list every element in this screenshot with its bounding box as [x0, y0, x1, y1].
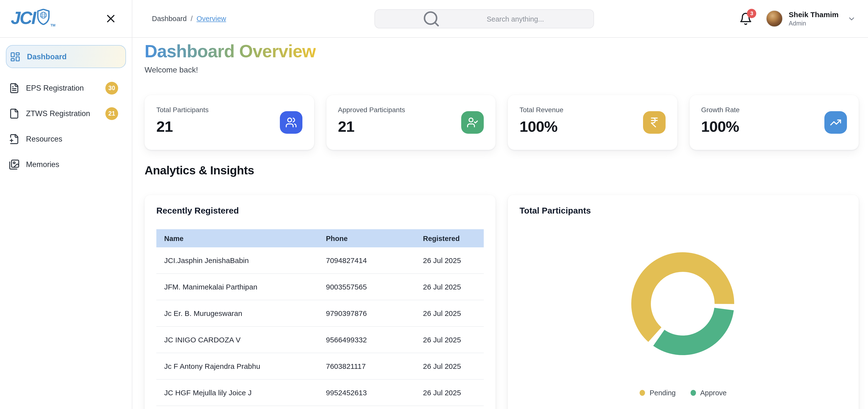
- stat-label: Total Participants: [156, 106, 302, 114]
- sidebar-item-memories[interactable]: Memories: [6, 155, 126, 174]
- cell-registered: 26 Jul 2025: [415, 309, 484, 317]
- user-block[interactable]: Sheik Thamim Admin: [789, 10, 839, 27]
- top-bar: JCI TM Dashboard / Overview: [0, 0, 868, 38]
- user-name: Sheik Thamim: [789, 10, 839, 19]
- breadcrumb-separator: /: [191, 15, 193, 23]
- file-plus-icon: [9, 134, 20, 144]
- legend-dot-approve: [690, 390, 696, 396]
- table-row: JC INIGO CARDOZA V956649933226 Jul 2025: [156, 327, 484, 353]
- table-body: JCI.Jasphin JenishaBabin709482741426 Jul…: [156, 247, 484, 406]
- col-header-registered: Registered: [415, 234, 484, 242]
- stat-card-approved-participants: Approved Participants21: [326, 95, 496, 150]
- sidebar-item-dashboard[interactable]: Dashboard: [6, 45, 126, 68]
- legend-label: Pending: [650, 389, 676, 397]
- indian-rupee-icon: [643, 111, 665, 134]
- stat-card-growth-rate: Growth Rate100%: [689, 95, 859, 150]
- sidebar-divider: [132, 0, 132, 409]
- section-heading: Analytics & Insights: [145, 164, 254, 177]
- table-row: JCI.Jasphin JenishaBabin709482741426 Jul…: [156, 247, 484, 274]
- sidebar-item-resources[interactable]: Resources: [6, 129, 126, 149]
- stat-label: Approved Participants: [338, 106, 484, 114]
- cell-registered: 26 Jul 2025: [415, 388, 484, 397]
- participants-donut-chart: [629, 250, 737, 357]
- trending-up-icon: [825, 111, 847, 134]
- cell-phone: 9952452613: [318, 388, 415, 397]
- stats-row: Total Participants21Approved Participant…: [145, 95, 859, 150]
- chevron-down-icon: [847, 14, 856, 23]
- sidebar-close-button[interactable]: [104, 12, 117, 25]
- user-role: Admin: [789, 20, 839, 27]
- cell-name: JC INIGO CARDOZA V: [156, 336, 318, 344]
- topbar-right-cluster: 3 Sheik Thamim Admin: [739, 0, 856, 37]
- legend-dot-pending: [640, 390, 645, 396]
- jci-logo-tm: TM: [51, 24, 55, 27]
- jci-shield-icon: [37, 9, 50, 27]
- cell-phone: 7094827414: [318, 256, 415, 265]
- jci-logo: JCI TM: [11, 7, 55, 29]
- recently-registered-title: Recently Registered: [156, 206, 484, 216]
- stat-label: Total Revenue: [520, 106, 665, 114]
- recently-registered-table: NamePhoneRegistered JCI.Jasphin JenishaB…: [156, 229, 484, 406]
- table-row: JFM. Manimekalai Parthipan900355756526 J…: [156, 274, 484, 300]
- sidebar-item-label: Dashboard: [27, 52, 67, 61]
- images-icon: [9, 159, 20, 170]
- sidebar-item-label: Resources: [26, 135, 62, 143]
- user-check-icon: [461, 111, 484, 134]
- cell-registered: 26 Jul 2025: [415, 336, 484, 344]
- avatar[interactable]: [766, 10, 783, 27]
- sidebar-count-badge: 30: [105, 82, 118, 95]
- page-subtitle: Welcome back!: [145, 66, 198, 74]
- table-row: Jc Er. B. Murugeswaran979039787626 Jul 2…: [156, 300, 484, 327]
- search-input[interactable]: [486, 14, 587, 23]
- main-content: Dashboard Overview Welcome back! Total P…: [132, 37, 868, 409]
- file-icon: [9, 108, 20, 119]
- users-icon: [280, 111, 302, 134]
- stat-label: Growth Rate: [701, 106, 847, 114]
- file-text-icon: [9, 83, 20, 94]
- breadcrumb: Dashboard / Overview: [152, 0, 226, 37]
- search-icon: [382, 10, 481, 28]
- cell-phone: 9790397876: [318, 309, 415, 317]
- total-participants-title: Total Participants: [520, 206, 847, 216]
- cell-registered: 26 Jul 2025: [415, 362, 484, 370]
- page-title: Dashboard Overview: [145, 41, 316, 62]
- layout-dashboard-icon: [10, 51, 21, 62]
- user-menu-button[interactable]: [847, 14, 856, 23]
- sidebar-nav: DashboardEPS Registration30ZTWS Registra…: [0, 37, 132, 409]
- stat-card-total-participants: Total Participants21: [145, 95, 314, 150]
- cell-name: Jc Er. B. Murugeswaran: [156, 309, 318, 317]
- table-header-row: NamePhoneRegistered: [156, 229, 484, 247]
- cell-name: JCI.Jasphin JenishaBabin: [156, 256, 318, 265]
- cell-registered: 26 Jul 2025: [415, 283, 484, 291]
- table-row: Jc F Antony Rajendra Prabhu760382111726 …: [156, 353, 484, 380]
- notifications-button[interactable]: 3: [739, 12, 752, 25]
- sidebar-item-label: Memories: [26, 160, 59, 169]
- sidebar-item-ztws-registration[interactable]: ZTWS Registration21: [6, 104, 126, 124]
- col-header-phone: Phone: [318, 234, 415, 242]
- legend-item-approve: Approve: [690, 389, 726, 397]
- app-window: JCI TM Dashboard / Overview: [0, 0, 868, 409]
- sidebar-count-badge: 21: [105, 107, 118, 120]
- legend-item-pending: Pending: [640, 389, 676, 397]
- close-icon: [104, 12, 117, 25]
- cell-phone: 9566499332: [318, 336, 415, 344]
- cell-name: Jc F Antony Rajendra Prabhu: [156, 362, 318, 370]
- legend-label: Approve: [700, 389, 726, 397]
- cell-registered: 26 Jul 2025: [415, 256, 484, 265]
- cell-name: JFM. Manimekalai Parthipan: [156, 283, 318, 291]
- sidebar-item-label: EPS Registration: [26, 84, 84, 93]
- breadcrumb-current[interactable]: Overview: [196, 15, 226, 23]
- recently-registered-panel: Recently Registered NamePhoneRegistered …: [145, 195, 496, 409]
- col-header-name: Name: [156, 234, 318, 242]
- breadcrumb-section[interactable]: Dashboard: [152, 15, 187, 23]
- total-participants-panel: Total Participants PendingApprove: [508, 195, 859, 409]
- cell-phone: 9003557565: [318, 283, 415, 291]
- cell-name: JC HGF Mejulla lily Joice J: [156, 388, 318, 397]
- sidebar-item-eps-registration[interactable]: EPS Registration30: [6, 78, 126, 98]
- stat-card-total-revenue: Total Revenue100%: [508, 95, 677, 150]
- cell-phone: 7603821117: [318, 362, 415, 370]
- search-bar[interactable]: [374, 9, 594, 28]
- sidebar-item-label: ZTWS Registration: [26, 109, 90, 118]
- notification-count-badge: 3: [747, 8, 756, 18]
- donut-slice-approve: [659, 309, 724, 345]
